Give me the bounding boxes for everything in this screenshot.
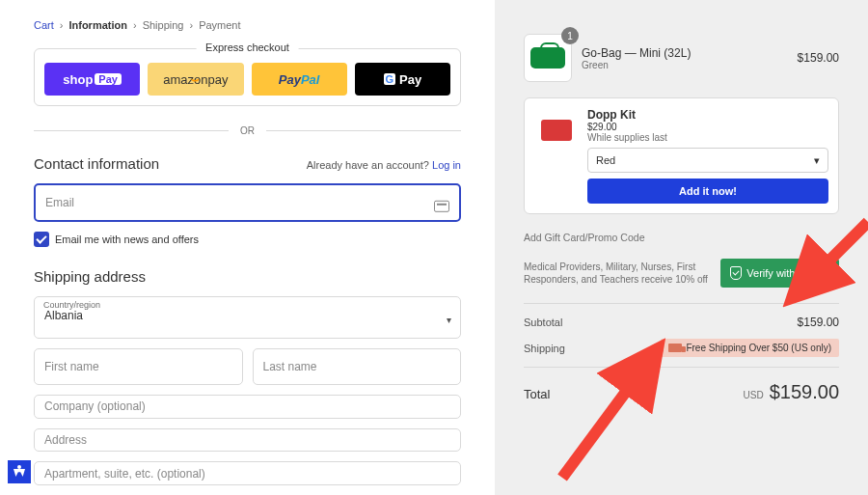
upsell-price: $29.00 [587,122,828,132]
amazon-pay-button[interactable]: amazon⌣ pay [148,63,243,96]
express-label: Express checkout [196,41,299,53]
currency: USD [744,390,764,400]
shipping-title: Shipping address [34,268,461,285]
verify-text: Medical Providers, Military, Nurses, Fir… [524,261,711,286]
crumb-cart[interactable]: Cart [34,19,54,31]
google-pay-button[interactable]: GPay [355,63,450,96]
total-label: Total [524,387,550,401]
company-field[interactable] [34,395,461,419]
apartment-field[interactable] [34,461,461,485]
news-label: Email me with news and offers [55,234,199,245]
shipping-label: Shipping [524,343,565,354]
chevron-icon: › [133,19,137,31]
crumb-shipping: Shipping [143,19,184,31]
express-checkout: Express checkout shopPay amazon⌣ pay Pay… [34,48,461,106]
shop-pay-button[interactable]: shopPay [44,63,140,96]
upsell-name: Dopp Kit [587,108,828,122]
bag-icon [530,47,565,69]
subtotal-value: $159.00 [798,316,839,329]
shield-icon [730,266,742,280]
subtotal-label: Subtotal [524,316,562,328]
address-field[interactable] [34,428,461,453]
item-variant: Green [582,60,788,70]
add-upsell-button[interactable]: Add it now! [587,179,828,204]
contact-title: Contact information [34,155,159,172]
item-name: Go-Bag — Mini (32L) [582,46,788,60]
contact-card-icon [434,201,449,212]
upsell-note: While supplies last [587,132,828,143]
chevron-icon: › [189,19,193,31]
item-price: $159.00 [798,51,839,65]
truck-icon [668,344,682,352]
breadcrumb: Cart › Information › Shipping › Payment [34,19,461,31]
chevron-down-icon: ▾ [814,154,820,167]
qty-badge: 1 [561,27,579,44]
crumb-information: Information [68,19,127,31]
country-label: Country/region [43,300,100,310]
free-shipping-badge: Free Shipping Over $50 (US only) [661,339,839,357]
crumb-payment: Payment [199,19,240,31]
upsell-variant-select[interactable]: Red▾ [587,148,828,173]
login-link[interactable]: Log in [432,159,461,171]
news-checkbox[interactable] [34,232,49,247]
first-name-field[interactable] [34,348,243,385]
last-name-field[interactable] [253,348,462,385]
upsell-thumbnail [534,108,578,151]
upsell-card: Dopp Kit $29.00 While supplies last Red▾… [524,97,839,214]
item-thumbnail: 1 [524,34,572,82]
cart-item: 1 Go-Bag — Mini (32L) Green $159.00 [524,34,839,82]
login-prompt: Already have an account? Log in [307,159,461,171]
chevron-icon: › [60,19,64,31]
email-field[interactable] [34,183,461,222]
promo-link[interactable]: Add Gift Card/Promo Code [524,232,839,243]
paypal-button[interactable]: PayPal [252,63,347,96]
verify-button[interactable]: Verify with ID.me [720,259,839,288]
total-value: $159.00 [770,381,839,403]
accessibility-icon [14,465,25,479]
or-divider: OR [34,125,461,136]
accessibility-widget[interactable] [8,460,31,483]
